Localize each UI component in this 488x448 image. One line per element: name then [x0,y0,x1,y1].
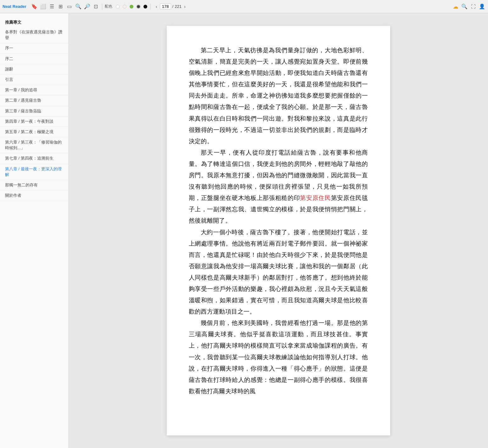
grid-icon[interactable]: ⊞ [57,3,64,10]
paragraph-5: 幾個月前，他來到美國時，我曾經看他打過一場。那是他的第三場高爾夫球賽。他似乎挺喜… [189,317,368,397]
sidebar-item-ch8[interactable]: 第八章 / 最後一夜：更深入的理解 [0,164,68,180]
toolbar: Neat Reader 🔖 ⬜ ☰ ⊞ ▭ 🔍 🔎 ⊡ 配色 ‹ / 221 ›… [0,0,488,13]
sidebar-item-author[interactable]: 關於作者 [0,190,68,201]
fit-icon[interactable]: ⊡ [93,3,99,10]
layout: 推薦專文 各界對《在深夜遇見薩古魯》讚譽 序一 序二 謝辭 引言 第一章 / 我… [0,13,488,448]
sidebar-item-acknowledgements[interactable]: 謝辭 [0,64,68,75]
separator-2 [150,3,151,10]
sidebar-item-ch6[interactable]: 第六章 / 第三夜：「修習瑜伽的時候到...」 [0,137,68,153]
page-separator: / [172,4,174,9]
content-area: 第二天早上，天氣彷彿是為我們量身訂做的，大地色彩鮮明、空氣清新，簡直是完美的一天… [69,13,488,448]
sidebar-item-ch5[interactable]: 第五章 / 第二夜：極樂之境 [0,127,68,137]
search2-icon[interactable]: 🔎 [84,3,91,10]
sidebar-item-praise[interactable]: 各界對《在深夜遇見薩古魯》讚譽 [0,27,68,43]
color-green[interactable] [130,5,133,9]
page-total: 221 [175,4,182,9]
search-right-icon[interactable]: 🔍 [461,3,468,10]
toolbar-right: ☁ 🔍 ⛶ 👤 [452,3,485,10]
sidebar-item-ch3[interactable]: 第三章 / 薩古魯蒞臨 [0,106,68,116]
page-text: 第二天早上，天氣彷彿是為我們量身訂做的，大地色彩鮮明、空氣清新，簡直是完美的一天… [189,45,368,397]
search-icon[interactable]: 🔍 [75,3,82,10]
color-dark[interactable] [137,5,140,9]
paragraph-2: 那天一早，便有人從印度打電話給薩古魯，說有要事和他商量。為了轉達這個口信，我便走… [189,147,368,227]
page-nav: ‹ / 221 › [154,3,187,10]
color-label: 配色 [105,4,112,9]
paragraph-1: 第二天早上，天氣彷彿是為我們量身訂做的，大地色彩鮮明、空氣清新，簡直是完美的一天… [189,45,368,147]
sidebar-section-title: 推薦專文 [0,17,68,27]
next-page-button[interactable]: › [183,3,187,10]
sidebar-item-preface1[interactable]: 序一 [0,43,68,54]
page-container: 第二天早上，天氣彷彿是為我們量身訂做的，大地色彩鮮明、空氣清新，簡直是完美的一天… [167,26,390,435]
menu-icon[interactable]: ☰ [48,3,55,10]
fullscreen-icon[interactable]: ⛶ [470,3,477,10]
cloud-icon[interactable]: ☁ [452,3,459,10]
sidebar-item-preface2[interactable]: 序二 [0,54,68,64]
sidebar-item-ch2[interactable]: 第二章 / 遇見薩古魯 [0,95,68,106]
app-title: Neat Reader [3,4,26,9]
sidebar-item-epilogue[interactable]: 那獨一無二的存有 [0,180,68,190]
paragraph-4: 大約一個小時後，薩古魯下樓了。接著，他便開始打電話，並上網處理事情。他說他有將近… [189,227,368,318]
sidebar-item-introduction[interactable]: 引言 [0,75,68,85]
sidebar-item-ch7[interactable]: 第七章 / 第四夜：追溯前生 [0,153,68,164]
color-white[interactable] [116,5,120,9]
page-icon[interactable]: ▭ [66,3,73,10]
sidebar-item-ch1[interactable]: 第一章 / 我的追尋 [0,85,68,95]
copy-icon[interactable]: ⬜ [40,3,47,10]
highlighted-text: 第安原住民 [300,195,331,201]
color-black[interactable] [143,5,147,9]
separator-1 [102,3,102,10]
sidebar: 推薦專文 各界對《在深夜遇見薩古魯》讚譽 序一 序二 謝辭 引言 第一章 / 我… [0,13,69,448]
bookmark-icon[interactable]: 🔖 [31,3,38,10]
page-input[interactable] [160,3,171,9]
prev-page-button[interactable]: ‹ [154,3,159,10]
sidebar-item-ch4[interactable]: 第四章 / 第一夜：午夜對談 [0,116,68,127]
color-cream[interactable] [123,5,126,9]
user-icon[interactable]: 👤 [479,3,485,10]
